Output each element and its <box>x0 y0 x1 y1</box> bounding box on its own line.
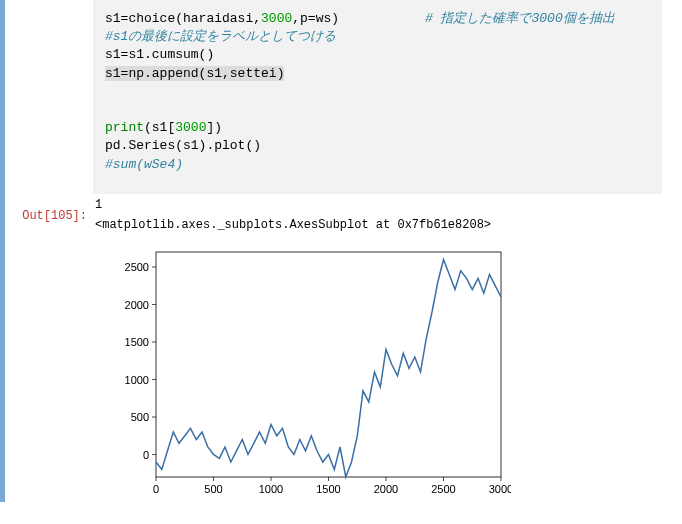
svg-text:1000: 1000 <box>125 373 149 385</box>
svg-text:2500: 2500 <box>431 483 455 495</box>
cell-main: s1=choice(haraidasi,3000,p=ws) # 指定した確率で… <box>93 0 682 502</box>
svg-text:500: 500 <box>204 483 222 495</box>
code-cell[interactable]: s1=choice(haraidasi,3000,p=ws) # 指定した確率で… <box>93 0 662 194</box>
out-prompt: Out[105]: <box>22 209 87 223</box>
code-line-3: s1=s1.cumsum() <box>105 47 214 62</box>
code-line-2: #s1の最後に設定をラベルとしてつける <box>105 29 336 44</box>
svg-text:1000: 1000 <box>259 483 283 495</box>
svg-text:1500: 1500 <box>125 336 149 348</box>
svg-text:1500: 1500 <box>316 483 340 495</box>
svg-rect-0 <box>156 252 501 477</box>
svg-text:0: 0 <box>143 448 149 460</box>
svg-text:3000: 3000 <box>489 483 511 495</box>
prompt-gutter: Out[105]: <box>7 0 93 502</box>
code-line-1: s1=choice(haraidasi,3000,p=ws) # 指定した確率で… <box>105 11 615 26</box>
svg-text:500: 500 <box>131 411 149 423</box>
code-line-6: pd.Series(s1).plot() <box>105 138 261 153</box>
output-repr: <matplotlib.axes._subplots.AxesSubplot a… <box>93 216 662 242</box>
stdout-text: 1 <box>93 194 662 216</box>
notebook-cell: Out[105]: s1=choice(haraidasi,3000,p=ws)… <box>0 0 682 502</box>
code-line-5: print(s1[3000]) <box>105 120 222 135</box>
svg-text:0: 0 <box>153 483 159 495</box>
line-chart: 0500100015002000250005001000150020002500… <box>111 242 511 502</box>
svg-text:2000: 2000 <box>374 483 398 495</box>
svg-text:2500: 2500 <box>125 261 149 273</box>
code-line-7: #sum(wSe4) <box>105 157 183 172</box>
code-line-4: s1=np.append(s1,settei) <box>105 66 284 81</box>
svg-text:2000: 2000 <box>125 298 149 310</box>
